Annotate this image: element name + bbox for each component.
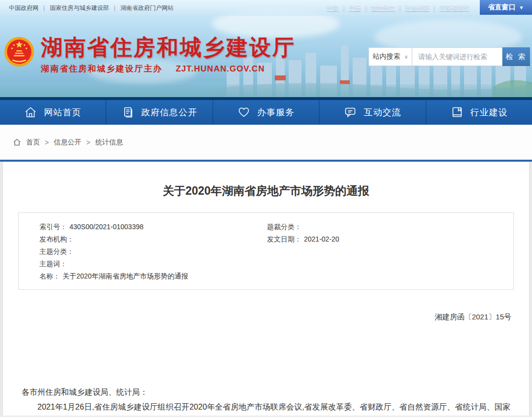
register-link[interactable]: 注册	[349, 4, 361, 12]
brand-text: 湖南省住房和城乡建设厅 湖南省住房和城乡建设厅主办 ZJT.HUNAN.GOV.…	[41, 35, 296, 74]
search-scope-select[interactable]: 站内搜索 ∨	[368, 47, 412, 66]
chat-icon	[344, 106, 357, 119]
chevron-down-icon: ∨	[404, 54, 408, 60]
sponsor-text: 湖南省住房和城乡建设厅主办	[41, 64, 163, 73]
top-utility-bar: 中国政府网 | 国家住房与城乡建设部 | 湖南省政府门户网站 登录 | 注册 |…	[0, 0, 532, 16]
nav-item-gov-info[interactable]: 政府信息公开	[106, 100, 213, 125]
search-input[interactable]	[412, 47, 502, 66]
separator: |	[43, 4, 45, 11]
accessibility-link[interactable]: 无障碍浏览	[439, 4, 469, 12]
article-body: 各市州住房和城乡建设局、统计局： 2021年1月26日,省住房城乡建设厅组织召开…	[22, 385, 510, 416]
nav-label: 政府信息公开	[141, 106, 198, 118]
home-icon	[24, 106, 37, 119]
heart-icon	[237, 106, 250, 119]
nav-label: 行业建设	[470, 106, 508, 118]
water-decoration	[0, 84, 532, 97]
chevron-down-icon: ▼	[519, 5, 524, 10]
document-meta-box: 索引号：430S00/2021-01003398 发布机构： 主题分类： 主题词…	[18, 212, 514, 290]
national-emblem-logo	[4, 36, 34, 67]
article-panel: 关于2020年湖南省房地产市场形势的通报 索引号：430S00/2021-010…	[2, 162, 530, 416]
nav-item-home[interactable]: 网站首页	[0, 100, 106, 125]
top-left-links: 中国政府网 | 国家住房与城乡建设部 | 湖南省政府门户网站	[9, 4, 173, 12]
book-icon	[451, 106, 464, 119]
site-brand[interactable]: 湖南省住房和城乡建设厅 湖南省住房和城乡建设厅主办 ZJT.HUNAN.GOV.…	[4, 35, 296, 74]
document-number: 湘建房函〔2021〕15号	[3, 313, 529, 322]
link-mohurd[interactable]: 国家住房与城乡建设部	[50, 4, 109, 12]
breadcrumb-separator: >	[86, 139, 90, 146]
login-link[interactable]: 登录	[327, 4, 339, 12]
link-china-gov[interactable]: 中国政府网	[9, 4, 38, 12]
search-scope-label: 站内搜索	[372, 52, 400, 61]
page-title: 关于2020年湖南省房地产市场形势的通报	[3, 162, 529, 199]
breadcrumb-statistics[interactable]: 统计信息	[95, 138, 123, 147]
meta-left-column: 索引号：430S00/2021-01003398 发布机构： 主题分类： 主题词…	[39, 221, 267, 282]
site-header: 中国政府网 | 国家住房与城乡建设部 | 湖南省政府门户网站 登录 | 注册 |…	[0, 0, 532, 97]
separator: |	[399, 4, 401, 11]
site-title: 湖南省住房和城乡建设厅	[41, 35, 296, 60]
traditional-chinese-link[interactable]: 繁體中文	[371, 4, 395, 12]
site-domain: ZJT.HUNAN.GOV.CN	[176, 64, 265, 73]
breadcrumb-separator: >	[45, 139, 49, 146]
site-subtitle: 湖南省住房和城乡建设厅主办 ZJT.HUNAN.GOV.CN	[41, 63, 296, 74]
meta-issuing-agency: 发布机构：	[39, 233, 267, 245]
nav-item-industry[interactable]: 行业建设	[427, 100, 532, 125]
nav-item-interaction[interactable]: 互动交流	[320, 100, 426, 125]
nav-label: 网站首页	[44, 106, 81, 118]
provincial-portal-dropdown[interactable]: 省直窗口 ▼	[480, 0, 532, 15]
document-icon	[122, 106, 134, 119]
portal-label: 省直窗口	[488, 3, 516, 12]
nav-label: 办事服务	[257, 106, 295, 118]
meta-issue-date: 发文日期：2021-02-20	[267, 233, 513, 245]
salutation: 各市州住房和城乡建设局、统计局：	[22, 385, 510, 400]
meta-index-number: 索引号：430S00/2021-01003398	[39, 221, 267, 233]
meta-keywords: 主题词：	[39, 258, 267, 270]
separator: |	[114, 4, 115, 11]
content-area: 关于2020年湖南省房地产市场形势的通报 索引号：430S00/2021-010…	[0, 162, 532, 416]
nav-item-services[interactable]: 办事服务	[213, 100, 320, 125]
breadcrumb: 首页 > 信息公开 > 统计信息	[0, 125, 532, 160]
home-icon	[13, 138, 21, 146]
search-button[interactable]: 检 索	[502, 47, 530, 66]
meta-topic-category: 主题分类：	[39, 245, 267, 258]
separator: |	[366, 4, 367, 11]
top-right-links: 登录 | 注册 | 繁體中文 | 政务邮箱 | 无障碍浏览	[327, 4, 469, 12]
nav-label: 互动交流	[364, 106, 401, 118]
body-paragraph: 2021年1月26日,省住房城乡建设厅组织召开2020年全省房地产市场联席会议,…	[22, 400, 510, 416]
separator: |	[343, 4, 345, 11]
main-nav: 网站首页 政府信息公开 办事服务 互动交流 行业建设	[0, 97, 532, 125]
meta-name: 名称：关于2020年湖南省房地产市场形势的通报	[39, 270, 267, 282]
separator: |	[433, 4, 435, 11]
link-hunan-portal[interactable]: 湖南省政府门户网站	[120, 4, 173, 12]
meta-genre-category: 题裁分类：	[267, 221, 513, 233]
site-search: 站内搜索 ∨ 检 索	[368, 47, 530, 66]
meta-right-column: 题裁分类： 发文日期：2021-02-20	[267, 221, 513, 282]
breadcrumb-info-disclosure[interactable]: 信息公开	[54, 138, 81, 147]
breadcrumb-home[interactable]: 首页	[26, 138, 40, 147]
gov-mail-link[interactable]: 政务邮箱	[405, 4, 429, 12]
